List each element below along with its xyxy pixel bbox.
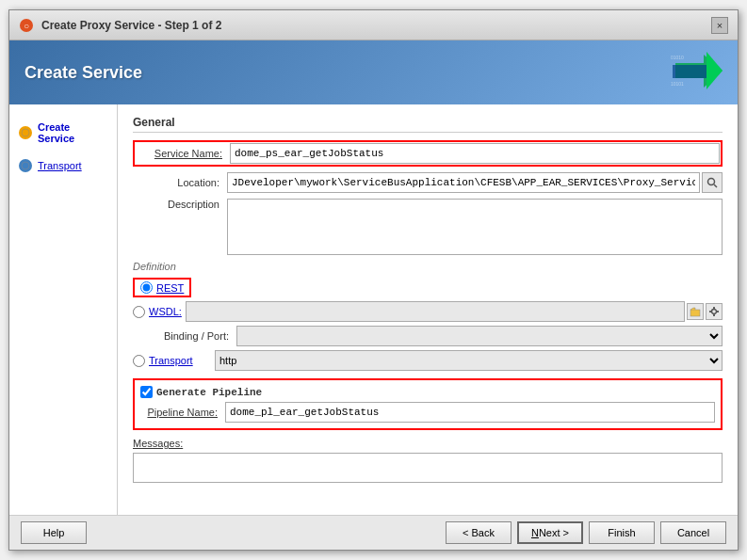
svg-point-9 xyxy=(708,179,715,185)
pipeline-name-label: Pipeline Name: xyxy=(140,407,225,418)
back-button[interactable]: < Back xyxy=(446,521,512,544)
wizard-icon: 01010 10101 xyxy=(671,50,723,92)
sidebar-create-service-label: Create Service xyxy=(38,121,107,144)
transport-radio[interactable] xyxy=(133,355,145,367)
main-content: Create Service Transport General Service… xyxy=(9,104,738,515)
rest-radio[interactable] xyxy=(140,281,153,294)
generate-pipeline-checkbox-row: Generate Pipeline xyxy=(140,386,715,398)
sidebar-transport-label: Transport xyxy=(38,160,82,171)
location-input[interactable] xyxy=(227,172,700,193)
close-button[interactable]: × xyxy=(711,17,728,34)
svg-point-7 xyxy=(22,129,29,136)
generate-pipeline-label[interactable]: Generate Pipeline xyxy=(156,387,262,398)
service-name-row: Service Name: xyxy=(133,140,723,167)
generate-pipeline-section: Generate Pipeline Pipeline Name: xyxy=(133,378,723,430)
description-input[interactable] xyxy=(227,199,723,255)
transport-select[interactable]: http xyxy=(215,350,723,371)
finish-button[interactable]: Finish xyxy=(589,521,655,544)
sidebar: Create Service Transport xyxy=(9,104,118,515)
svg-rect-15 xyxy=(709,311,711,312)
wsdl-browse-button[interactable] xyxy=(687,303,704,320)
transport-radio-label[interactable]: Transport xyxy=(149,355,215,366)
definition-section: Definition REST WSDL: xyxy=(133,261,723,371)
location-input-group xyxy=(227,172,723,193)
gear-icon xyxy=(708,306,720,317)
magnifier-icon xyxy=(706,177,718,188)
transport-radio-row: Transport http xyxy=(133,350,723,371)
next-label: NNext > xyxy=(531,527,569,538)
location-browse-button[interactable] xyxy=(702,172,723,193)
footer-buttons: < Back NNext > Finish Cancel xyxy=(446,521,726,544)
wsdl-settings-button[interactable] xyxy=(706,303,723,320)
location-label: Location: xyxy=(133,177,227,188)
binding-port-select[interactable] xyxy=(236,326,723,346)
generate-pipeline-checkbox[interactable] xyxy=(140,386,153,398)
pipeline-name-input[interactable] xyxy=(225,402,715,423)
transport-icon xyxy=(19,159,32,172)
dialog-icon: ○ xyxy=(19,18,34,33)
service-name-label: Service Name: xyxy=(136,148,230,159)
svg-text:01010: 01010 xyxy=(671,55,684,60)
header-icon-area: 01010 10101 xyxy=(671,50,723,95)
svg-rect-14 xyxy=(713,314,715,316)
footer: Help < Back NNext > Finish Cancel xyxy=(9,515,738,550)
definition-label: Definition xyxy=(133,261,723,272)
wsdl-label[interactable]: WSDL: xyxy=(149,306,182,317)
binding-port-label: Binding / Port: xyxy=(152,330,236,342)
wsdl-row: WSDL: xyxy=(133,301,723,322)
description-label: Description xyxy=(133,199,227,210)
svg-text:10101: 10101 xyxy=(671,81,684,87)
binding-port-row: Binding / Port: xyxy=(133,326,723,346)
svg-rect-4 xyxy=(673,65,706,78)
messages-section: Messages: xyxy=(133,438,723,483)
create-service-icon xyxy=(19,126,32,139)
rest-label[interactable]: REST xyxy=(156,282,184,294)
location-row: Location: xyxy=(133,172,723,193)
sidebar-item-transport[interactable]: Transport xyxy=(9,152,117,180)
description-row: Description xyxy=(133,199,723,255)
svg-rect-11 xyxy=(690,310,700,316)
header-title: Create Service xyxy=(24,63,142,83)
content-area: General Service Name: Location: xyxy=(118,104,738,515)
messages-box xyxy=(133,453,723,483)
sidebar-item-create-service[interactable]: Create Service xyxy=(9,114,117,152)
general-section-title: General xyxy=(133,116,723,133)
wsdl-input[interactable] xyxy=(186,301,685,322)
svg-point-8 xyxy=(22,162,29,169)
folder-icon xyxy=(690,306,701,317)
pipeline-name-row: Pipeline Name: xyxy=(140,402,715,423)
help-button[interactable]: Help xyxy=(21,521,87,544)
svg-point-12 xyxy=(712,310,717,314)
dialog-title: Create Proxy Service - Step 1 of 2 xyxy=(41,19,221,32)
next-button[interactable]: NNext > xyxy=(517,521,583,544)
dialog: ○ Create Proxy Service - Step 1 of 2 × C… xyxy=(8,9,739,551)
title-bar: ○ Create Proxy Service - Step 1 of 2 × xyxy=(9,10,738,40)
cancel-button[interactable]: Cancel xyxy=(660,521,726,544)
svg-text:○: ○ xyxy=(24,21,29,31)
svg-line-10 xyxy=(714,184,717,187)
service-name-input[interactable] xyxy=(230,143,720,164)
wsdl-radio[interactable] xyxy=(133,306,145,318)
messages-label: Messages: xyxy=(133,438,723,449)
svg-rect-13 xyxy=(713,307,715,309)
svg-rect-16 xyxy=(717,311,719,312)
rest-radio-row: REST xyxy=(133,278,191,297)
svg-marker-3 xyxy=(706,52,723,89)
header-banner: Create Service 01010 10101 xyxy=(9,40,738,104)
